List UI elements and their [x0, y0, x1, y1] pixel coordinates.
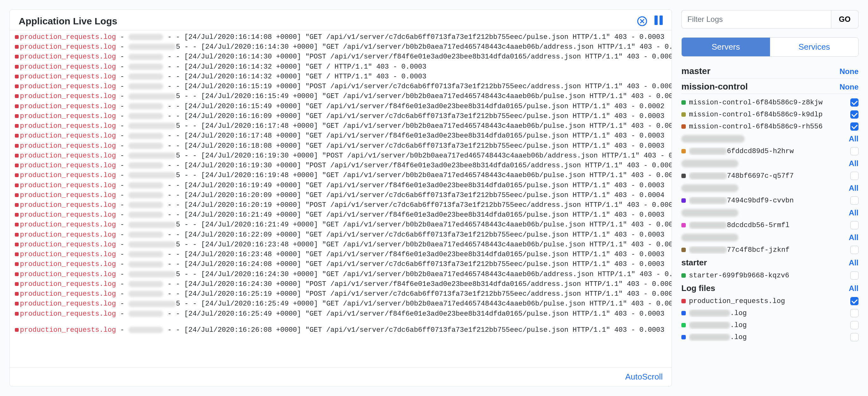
- redacted-ip: [128, 143, 163, 149]
- redacted-ip: [128, 271, 176, 277]
- redacted-prefix: [689, 172, 727, 179]
- group-header: All: [681, 231, 859, 244]
- filter-item-left: mission-control-6f84b586c9-z8kjw: [681, 99, 823, 106]
- redacted-prefix: [689, 334, 730, 341]
- group-action-link[interactable]: All: [849, 284, 859, 293]
- filter-item-checkbox[interactable]: [850, 297, 859, 305]
- tab-servers[interactable]: Servers: [682, 38, 770, 56]
- log-dot-icon: [15, 193, 19, 197]
- redacted-prefix: [689, 197, 727, 204]
- filter-item-checkbox[interactable]: [850, 246, 859, 254]
- log-dot-icon: [15, 134, 19, 138]
- log-dot-icon: [15, 262, 19, 266]
- log-dot-icon: [15, 45, 19, 49]
- log-message: - - [24/Jul/2020:16:19:30 +0000] "POST /…: [167, 162, 672, 170]
- filter-item-checkbox[interactable]: [850, 122, 859, 131]
- filter-item-checkbox[interactable]: [850, 172, 859, 180]
- filter-item-checkbox[interactable]: [850, 147, 859, 155]
- log-source-label: production_requests.log: [20, 221, 116, 229]
- log-dot-icon: [15, 104, 19, 108]
- log-source-label: production_requests.log: [20, 290, 116, 298]
- log-message: - - [24/Jul/2020:16:25:19 +0000] "POST /…: [167, 290, 672, 298]
- filter-item-text: .log: [730, 309, 747, 317]
- filter-item-row: mission-control-6f84b586c9-z8kjw: [681, 96, 859, 109]
- filter-item-left: mission-control-6f84b586c9-rh556: [681, 123, 823, 131]
- log-message: - - [24/Jul/2020:16:20:19 +0000] "POST /…: [167, 201, 672, 209]
- filter-item-checkbox[interactable]: [850, 271, 859, 280]
- redacted-ip: [128, 281, 163, 287]
- log-dot-icon: [15, 272, 19, 276]
- log-dot-icon: [15, 282, 19, 286]
- filter-item-text: mission-control-6f84b586c9-k9dlp: [689, 111, 823, 119]
- log-line: production_requests.log - - - [24/Jul/20…: [15, 111, 666, 121]
- log-dot-icon: [15, 213, 19, 217]
- log-separator: -: [116, 83, 129, 90]
- redacted-suffix: 5: [176, 43, 184, 51]
- log-source-label: production_requests.log: [20, 152, 116, 160]
- log-source-label: production_requests.log: [20, 250, 116, 258]
- filter-item-left: .log: [681, 333, 747, 341]
- redacted-ip: [128, 93, 176, 100]
- log-line: production_requests.log - - - [24/Jul/20…: [15, 279, 666, 289]
- redacted-ip: [128, 311, 163, 317]
- filter-item-left: .log: [681, 322, 747, 329]
- tab-services[interactable]: Services: [770, 38, 858, 56]
- log-separator: -: [116, 142, 129, 150]
- close-icon[interactable]: [637, 16, 648, 27]
- log-separator: -: [116, 132, 129, 140]
- filter-item-checkbox[interactable]: [850, 98, 859, 106]
- filter-item-label: 6fddcd89d5-h2hrw: [689, 147, 794, 155]
- log-message: - - [24/Jul/2020:16:17:48 +0000] "GET /a…: [184, 122, 672, 130]
- filter-item-left: mission-control-6f84b586c9-k9dlp: [681, 111, 823, 119]
- group-action-link[interactable]: None: [840, 67, 859, 76]
- group-header: starterAll: [681, 256, 859, 270]
- pause-icon[interactable]: [654, 16, 663, 27]
- filter-item-checkbox[interactable]: [850, 333, 859, 341]
- group-header: All: [681, 207, 859, 219]
- redacted-ip: [128, 251, 163, 257]
- log-separator: -: [116, 241, 129, 249]
- filter-logs-input[interactable]: [681, 10, 831, 28]
- group-action-link[interactable]: All: [849, 134, 859, 143]
- log-message: - - [24/Jul/2020:16:20:09 +0000] "GET /a…: [167, 191, 664, 199]
- autoscroll-button[interactable]: AutoScroll: [625, 372, 663, 382]
- redacted-ip: [128, 83, 163, 90]
- filter-item-checkbox[interactable]: [850, 309, 859, 317]
- log-dot-icon: [15, 203, 19, 207]
- filter-item-checkbox[interactable]: [850, 221, 859, 229]
- redacted-prefix: [689, 246, 727, 253]
- view-segmented-control: Servers Services: [681, 37, 859, 57]
- group-action-link[interactable]: None: [840, 83, 859, 91]
- group-title: starter: [681, 258, 707, 268]
- filter-item-checkbox[interactable]: [850, 196, 859, 205]
- group-action-link[interactable]: All: [849, 233, 859, 242]
- group-header: All: [681, 182, 859, 194]
- group-action-link[interactable]: All: [849, 184, 859, 193]
- redacted-ip: [128, 113, 163, 119]
- group-header: mission-controlNone: [681, 82, 859, 94]
- group-action-link[interactable]: All: [849, 159, 859, 168]
- redacted-ip: [128, 182, 163, 188]
- filter-item-text: 748bf6697c-q57f7: [727, 172, 794, 180]
- redacted-ip: [128, 103, 163, 110]
- log-viewer[interactable]: production_requests.log - - - [24/Jul/20…: [10, 30, 672, 367]
- log-message: - - [24/Jul/2020:16:23:48 +0000] "GET /a…: [184, 241, 672, 249]
- log-separator: -: [116, 290, 129, 298]
- log-separator: -: [116, 92, 129, 100]
- group-action-link[interactable]: All: [849, 208, 859, 217]
- log-message: - - [24/Jul/2020:16:21:49 +0000] "GET /a…: [167, 211, 664, 219]
- redacted-ip: [128, 123, 176, 129]
- group-action-link[interactable]: All: [849, 258, 859, 267]
- log-message: - - [24/Jul/2020:16:25:49 +0000] "GET /a…: [184, 300, 672, 308]
- log-source-label: production_requests.log: [20, 33, 116, 41]
- log-line: production_requests.log - - - [24/Jul/20…: [15, 101, 666, 111]
- log-source-label: production_requests.log: [20, 83, 116, 90]
- filter-item-checkbox[interactable]: [850, 321, 859, 329]
- filter-go-button[interactable]: GO: [831, 10, 859, 28]
- log-separator: -: [116, 122, 129, 130]
- log-panel: Application Live Logs production_request…: [9, 9, 672, 387]
- filter-item-label: production_requests.log: [689, 297, 785, 305]
- redacted-group-title: [681, 184, 738, 192]
- filter-item-checkbox[interactable]: [850, 111, 859, 119]
- log-source-label: production_requests.log: [20, 280, 116, 288]
